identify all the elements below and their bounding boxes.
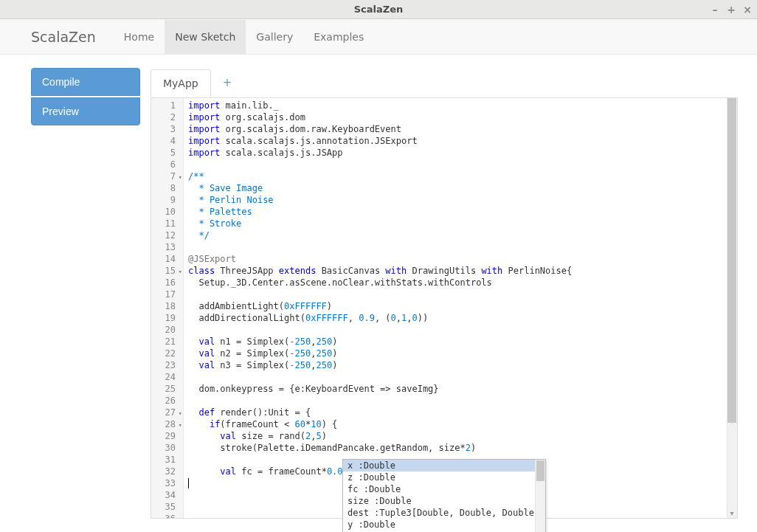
- code-line[interactable]: [188, 241, 737, 253]
- fold-toggle-icon[interactable]: ▾: [179, 171, 182, 183]
- code-line[interactable]: class ThreeJSApp extends BasicCanvas wit…: [188, 265, 737, 277]
- autocomplete-item[interactable]: dest :Tuple3[Double, Double, Double]: [343, 507, 545, 519]
- code-content[interactable]: import main.lib._import org.scalajs.domi…: [184, 98, 737, 518]
- autocomplete-scrollbar[interactable]: [535, 460, 545, 532]
- tab-add[interactable]: +: [211, 69, 244, 97]
- code-editor[interactable]: 1234567▾89101112131415▾16171819202122232…: [151, 97, 738, 519]
- code-line[interactable]: * Stroke: [188, 218, 737, 229]
- code-line[interactable]: [188, 324, 737, 336]
- fold-toggle-icon[interactable]: ▾: [179, 266, 182, 277]
- maximize-icon[interactable]: +: [726, 4, 736, 15]
- code-line[interactable]: addAmbientLight(0xFFFFFF): [188, 300, 737, 312]
- tabs: MyApp +: [151, 68, 738, 97]
- code-line[interactable]: import scala.scalajs.js.JSApp: [188, 147, 737, 159]
- code-line[interactable]: [188, 395, 737, 407]
- editor-area: MyApp + 1234567▾89101112131415▾161718192…: [151, 68, 738, 519]
- minimize-icon[interactable]: –: [710, 4, 720, 15]
- autocomplete-item[interactable]: y :Double: [343, 519, 545, 531]
- preview-button[interactable]: Preview: [31, 97, 140, 125]
- main: Compile Preview MyApp + 1234567▾89101112…: [0, 55, 757, 532]
- autocomplete-popup[interactable]: x :Doublez :Doublefc :Doublesize :Double…: [342, 459, 546, 532]
- nav-items: HomeNew SketchGalleryExamples: [114, 20, 374, 54]
- code-line[interactable]: [188, 371, 737, 383]
- code-line[interactable]: dom.onkeypress = {e:KeyboardEvent => sav…: [188, 383, 737, 395]
- scrollbar-vertical[interactable]: ▾: [727, 98, 737, 518]
- code-line[interactable]: */: [188, 229, 737, 241]
- code-line[interactable]: import main.lib._: [188, 100, 737, 111]
- autocomplete-item[interactable]: size :Double: [343, 495, 545, 507]
- code-line[interactable]: import org.scalajs.dom.raw.KeyboardEvent: [188, 123, 737, 135]
- autocomplete-item[interactable]: fc :Double: [343, 483, 545, 495]
- fold-toggle-icon[interactable]: ▾: [179, 407, 182, 419]
- code-line[interactable]: [188, 159, 737, 170]
- code-line[interactable]: import scala.scalajs.js.annotation.JSExp…: [188, 135, 737, 147]
- close-icon[interactable]: ×: [742, 4, 753, 15]
- code-line[interactable]: import org.scalajs.dom: [188, 111, 737, 123]
- code-line[interactable]: [188, 289, 737, 300]
- code-line[interactable]: def render():Unit = {: [188, 407, 737, 418]
- autocomplete-scrollbar-thumb[interactable]: [536, 460, 545, 481]
- code-line[interactable]: val size = rand(2,5): [188, 430, 737, 442]
- code-line[interactable]: if(frameCount < 60*10) {: [188, 418, 737, 430]
- navbar: ScalaZen HomeNew SketchGalleryExamples: [0, 19, 757, 55]
- brand: ScalaZen: [31, 29, 96, 45]
- fold-toggle-icon[interactable]: ▾: [179, 419, 182, 431]
- code-line[interactable]: * Palettes: [188, 206, 737, 218]
- window-titlebar: ScalaZen – + ×: [0, 0, 757, 19]
- autocomplete-item[interactable]: x :Double: [343, 460, 545, 471]
- code-line[interactable]: @JSExport: [188, 253, 737, 265]
- scrollbar-down-icon[interactable]: ▾: [727, 508, 736, 518]
- nav-new-sketch[interactable]: New Sketch: [165, 20, 246, 54]
- code-line[interactable]: stroke(Palette.iDemandPancake.getRandom,…: [188, 442, 737, 454]
- nav-home[interactable]: Home: [114, 20, 165, 54]
- window-controls: – + ×: [710, 4, 753, 15]
- code-line[interactable]: * Perlin Noise: [188, 194, 737, 206]
- code-line[interactable]: val n2 = Simplex(-250,250): [188, 348, 737, 359]
- code-line[interactable]: val n3 = Simplex(-250,250): [188, 359, 737, 371]
- autocomplete-item[interactable]: z :Double: [343, 471, 545, 483]
- code-line[interactable]: val n1 = Simplex(-250,250): [188, 336, 737, 348]
- code-line[interactable]: /**: [188, 170, 737, 182]
- code-line[interactable]: * Save Image: [188, 182, 737, 194]
- code-line[interactable]: Setup._3D.Center.asScene.noClear.withSta…: [188, 277, 737, 289]
- sidebar: Compile Preview: [31, 68, 140, 519]
- window-title: ScalaZen: [354, 4, 404, 15]
- scrollbar-thumb[interactable]: [727, 98, 736, 423]
- nav-gallery[interactable]: Gallery: [246, 20, 303, 54]
- compile-button[interactable]: Compile: [31, 68, 140, 96]
- tab-myapp[interactable]: MyApp: [151, 69, 211, 97]
- nav-examples[interactable]: Examples: [303, 20, 374, 54]
- code-line[interactable]: addDirectionalLight(0xFFFFFF, 0.9, (0,1,…: [188, 312, 737, 324]
- gutter: 1234567▾89101112131415▾16171819202122232…: [151, 98, 184, 518]
